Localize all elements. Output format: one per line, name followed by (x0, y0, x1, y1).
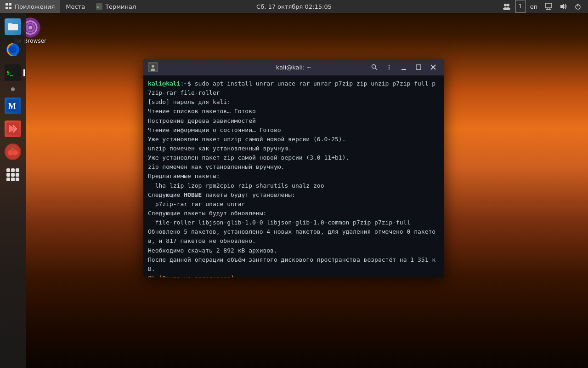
terminal-output-line-2: Чтение списков пакетов… Готово (148, 107, 440, 116)
prompt-user: kali@kali (148, 80, 180, 87)
terminal-output-line-13: Следующие пакеты будут обновлены: (148, 209, 440, 218)
svg-point-35 (389, 65, 390, 66)
svg-point-33 (372, 65, 376, 69)
terminal-titlebar: kali@kali: ~ (143, 59, 444, 75)
terminal-output-line-17b: В. (148, 264, 440, 274)
power-icon (574, 3, 582, 10)
waiting-text: 0% [Ожидание заголовков] (148, 275, 234, 277)
terminal-output-line-7: Уже установлен пакет zip самой новой вер… (148, 153, 440, 162)
svg-point-36 (389, 67, 390, 68)
svg-text:M: M (8, 102, 16, 111)
terminal-title-left (148, 62, 158, 72)
svg-point-31 (152, 65, 154, 68)
terminal-output-line-11: Следующие НОВЫЕ пакеты будут установлены… (148, 190, 440, 200)
terminal-output-line-8: zip помечен как установленный вручную. (148, 162, 440, 172)
svg-point-15 (9, 46, 17, 53)
terminal-output-line-15b: в, и 817 пакетов не обновлено. (148, 236, 440, 246)
dock-separator (11, 87, 15, 91)
panel-datetime: Сб, 17 октября 02:15:05 (256, 3, 332, 10)
dock: $_ M (0, 13, 26, 368)
terminal-output-line-14: file-roller libjson-glib-1.0-0 libjson-g… (148, 218, 440, 227)
firefox-icon (5, 41, 21, 58)
terminal-output-line-12: p7zip-rar rar unace unrar (148, 200, 440, 209)
menu-button[interactable] (383, 61, 396, 74)
desktop: Приложения Места ▶_ Терминал Сб, 17 октя… (0, 0, 588, 368)
grid-icon (6, 3, 12, 10)
display-icon (545, 3, 552, 10)
dock-item-terminal[interactable]: $_ (3, 63, 23, 83)
workspace-indicator[interactable]: 1 (515, 0, 526, 13)
language-indicator[interactable]: en (527, 0, 540, 13)
places-menu[interactable]: Места (60, 0, 90, 13)
svg-text:$_: $_ (6, 69, 13, 76)
search-icon (371, 64, 378, 70)
terminal-output-line-1: [sudo] пароль для kali: (148, 98, 440, 107)
dock-item-maltego[interactable]: M (3, 96, 23, 116)
panel-right: 1 en (500, 0, 588, 13)
terminal-title-right (368, 61, 440, 74)
svg-point-27 (28, 26, 32, 29)
terminal-output-line-5: Уже установлен пакет unzip самой новой в… (148, 135, 440, 144)
maximize-icon (415, 64, 422, 70)
maximize-button[interactable] (412, 61, 425, 74)
display-icon-btn[interactable] (542, 0, 555, 13)
svg-text:▶_: ▶_ (97, 5, 102, 9)
maltego-icon: M (5, 98, 21, 114)
terminal-output-line-6: unzip помечен как установленный вручную. (148, 144, 440, 153)
terminal-menu-icon: ▶_ (96, 3, 102, 10)
dock-item-firefox[interactable] (3, 40, 23, 60)
people-icon (503, 3, 511, 10)
terminal-waiting-line: 0% [Ожидание заголовков] (148, 274, 440, 277)
top-panel: Приложения Места ▶_ Терминал Сб, 17 октя… (0, 0, 588, 13)
sound-icon-btn[interactable] (557, 0, 570, 13)
power-icon-btn[interactable] (571, 0, 584, 13)
close-button[interactable] (427, 61, 440, 74)
svg-line-34 (375, 68, 378, 70)
svg-rect-6 (545, 3, 552, 8)
svg-rect-13 (8, 24, 18, 30)
svg-rect-39 (416, 65, 421, 69)
files-icon (5, 18, 21, 35)
terminal-window: kali@kali: ~ (143, 59, 444, 277)
terminal-user-icon (148, 62, 158, 72)
terminal-output-line-10: lha lzip lzop rpm2cpio rzip sharutils un… (148, 181, 440, 190)
burpsuite-icon (5, 121, 21, 137)
terminal-title: kali@kali: ~ (276, 64, 311, 71)
svg-marker-10 (560, 4, 564, 9)
panel-left: Приложения Места ▶_ Терминал (0, 0, 141, 13)
dock-item-cherrytree[interactable] (3, 142, 23, 162)
svg-point-37 (389, 69, 390, 69)
svg-point-5 (506, 7, 510, 10)
cherrytree-icon (5, 144, 21, 160)
dock-item-burpsuite[interactable] (3, 119, 23, 139)
search-button[interactable] (368, 61, 381, 74)
terminal-output-line-16: Необходимо скачать 2 892 кВ архивов. (148, 246, 440, 255)
show-applications-icon (5, 167, 21, 183)
terminal-output-line-9: Предлагаемые пакеты: (148, 172, 440, 181)
terminal-output-line-4: Чтение информации о состоянии… Готово (148, 126, 440, 135)
sound-icon (560, 3, 567, 10)
prompt-dir: ~ (184, 80, 187, 87)
close-icon (430, 64, 436, 70)
minimize-button[interactable] (397, 61, 410, 74)
terminal-body[interactable]: kali@kali:~$ sudo apt install unrar unac… (143, 75, 444, 277)
applications-menu[interactable]: Приложения (0, 0, 60, 13)
dock-item-apps[interactable] (3, 165, 23, 185)
terminal-output-line-3: Построение дерева зависимостей (148, 116, 440, 126)
terminal-output-line-17: После данной операции объём занятого дис… (148, 255, 440, 264)
dock-item-files[interactable] (3, 17, 23, 37)
svg-point-2 (504, 4, 507, 6)
terminal-menu[interactable]: ▶_ Терминал (90, 0, 141, 13)
terminal-prompt-line: kali@kali:~$ sudo apt install unrar unac… (148, 79, 440, 98)
svg-point-3 (507, 4, 509, 6)
minimize-icon (401, 64, 407, 70)
terminal-icon: $_ (5, 64, 21, 81)
terminal-output-line-15: Обновлено 5 пакетов, установлено 4 новых… (148, 227, 440, 236)
menu-icon (386, 64, 392, 70)
people-icon-btn[interactable] (500, 0, 514, 13)
svg-point-23 (12, 150, 18, 155)
